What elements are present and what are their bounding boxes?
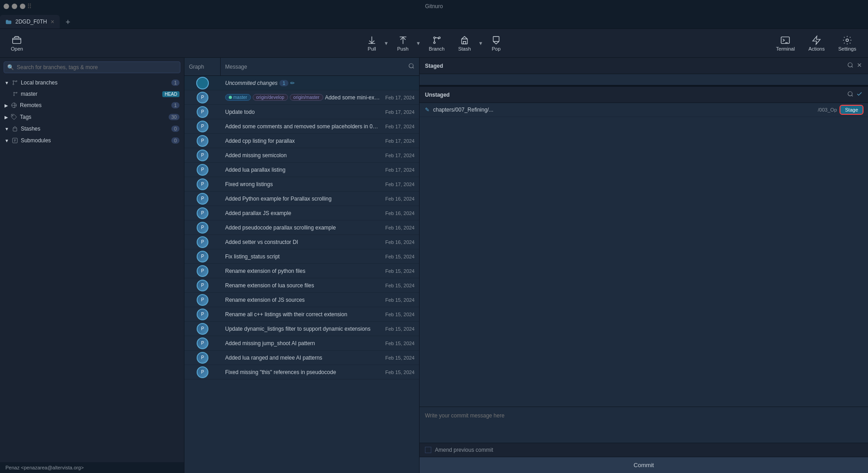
new-tab-button[interactable]: + bbox=[61, 16, 74, 28]
remotes-header[interactable]: ▶ Remotes 1 bbox=[0, 99, 184, 111]
actions-button[interactable]: Actions bbox=[802, 33, 831, 54]
push-dropdown[interactable]: ▾ bbox=[415, 37, 422, 49]
date-c20: Feb 15, 2024 bbox=[385, 370, 419, 375]
graph-node-c5: P bbox=[184, 150, 221, 161]
commit-row-c17[interactable]: P Update dynamic_listings filter to supp… bbox=[184, 322, 419, 336]
commit-row-c18[interactable]: P Added missing jump_shoot AI pattern Fe… bbox=[184, 336, 419, 351]
stashes-header[interactable]: ▼ Stashes 0 bbox=[0, 123, 184, 135]
message-text-c7: Fixed wrong listings bbox=[225, 181, 381, 187]
uncommitted-changes-row[interactable]: Uncommited changes 1 ✏ bbox=[184, 76, 419, 90]
maximize-button[interactable] bbox=[12, 4, 17, 9]
commit-row-c12[interactable]: P Fix listing_status script Feb 15, 2024 bbox=[184, 249, 419, 264]
unstaged-section: Unstaged ✎ chapters/007_Refining/... /00… bbox=[420, 87, 868, 117]
graph-search-button[interactable] bbox=[408, 63, 415, 70]
sidebar-search-input[interactable] bbox=[4, 61, 180, 73]
main-layout: 🔍 ▼ Local branches 1 master HEAD ▶ bbox=[0, 58, 868, 473]
remotes-count: 1 bbox=[171, 102, 179, 108]
commit-row-c3[interactable]: P Added some comments and removed some p… bbox=[184, 119, 419, 134]
stage-file-button[interactable]: Stage bbox=[840, 106, 863, 114]
commit-row-c1[interactable]: P master origin/develop origin/master Ad… bbox=[184, 90, 419, 105]
commit-row-c19[interactable]: P Added lua ranged and melee AI patterns… bbox=[184, 351, 419, 365]
unstaged-search-button[interactable] bbox=[847, 91, 854, 98]
pull-dropdown[interactable]: ▾ bbox=[383, 37, 390, 49]
tab-close-button[interactable]: × bbox=[51, 18, 54, 25]
sidebar-section-local-branches: ▼ Local branches 1 master HEAD bbox=[0, 77, 184, 99]
pop-button[interactable]: Pop bbox=[485, 33, 508, 54]
submodule-icon bbox=[12, 137, 18, 144]
commit-row-c5[interactable]: P Added missing semicolon Feb 17, 2024 bbox=[184, 148, 419, 163]
sidebar: 🔍 ▼ Local branches 1 master HEAD ▶ bbox=[0, 58, 184, 473]
terminal-button[interactable]: Terminal bbox=[770, 33, 802, 54]
commit-row-c4[interactable]: P Added cpp listing for parallax Feb 17,… bbox=[184, 134, 419, 148]
date-c8: Feb 16, 2024 bbox=[385, 196, 419, 201]
stage-all-button[interactable] bbox=[856, 91, 863, 98]
unstage-all-button[interactable] bbox=[856, 62, 863, 70]
amend-checkbox[interactable] bbox=[425, 447, 431, 453]
window-controls[interactable] bbox=[4, 4, 25, 9]
avatar-c9: P bbox=[197, 207, 208, 219]
open-icon bbox=[12, 35, 22, 45]
commit-row-c16[interactable]: P Rename all c++ listings with their cor… bbox=[184, 307, 419, 322]
stash-group: Stash ▾ bbox=[452, 33, 484, 54]
message-cell-c12: Fix listing_status script bbox=[221, 253, 385, 260]
avatar-c20: P bbox=[197, 366, 208, 378]
uncommitted-badge[interactable]: 1 bbox=[279, 80, 288, 86]
remotes-label: Remotes bbox=[20, 102, 42, 108]
settings-button[interactable]: Settings bbox=[832, 33, 863, 54]
avatar-c2: P bbox=[197, 106, 208, 118]
commit-message-input[interactable] bbox=[420, 407, 868, 443]
tab-2DGD_F0TH[interactable]: 2DGD_F0TH × bbox=[0, 15, 60, 28]
unstaged-header: Unstaged bbox=[420, 87, 868, 103]
graph-node-c6: P bbox=[184, 164, 221, 176]
stash-dropdown[interactable]: ▾ bbox=[477, 37, 484, 49]
svg-rect-2 bbox=[13, 38, 21, 43]
local-branches-header[interactable]: ▼ Local branches 1 bbox=[0, 77, 184, 89]
local-branches-count: 1 bbox=[171, 80, 179, 86]
commit-graph-list: Uncommited changes 1 ✏ P master origin/d… bbox=[184, 76, 419, 473]
stash-button[interactable]: Stash bbox=[452, 33, 477, 54]
pull-button[interactable]: Pull bbox=[360, 33, 383, 54]
commit-row-c20[interactable]: P Fixed missing "this" references in pse… bbox=[184, 365, 419, 379]
uncommitted-dot bbox=[196, 77, 209, 89]
date-c2: Feb 17, 2024 bbox=[385, 109, 419, 115]
commit-row-c9[interactable]: P Added parallax JS example Feb 16, 2024 bbox=[184, 206, 419, 220]
commit-row-c6[interactable]: P Added lua parallax listing Feb 17, 202… bbox=[184, 163, 419, 177]
commit-row-c13[interactable]: P Rename extension of python files Feb 1… bbox=[184, 264, 419, 278]
commit-row-c15[interactable]: P Rename extension of JS sources Feb 15,… bbox=[184, 293, 419, 307]
message-text-c2: Update todo bbox=[225, 109, 381, 115]
commit-row-c10[interactable]: P Added pseudocode parallax scrolling ex… bbox=[184, 220, 419, 235]
commit-row-c8[interactable]: P Added Python example for Parallax scro… bbox=[184, 192, 419, 206]
svg-point-5 bbox=[434, 42, 435, 43]
message-cell-c13: Rename extension of python files bbox=[221, 268, 385, 274]
terminal-label: Terminal bbox=[776, 46, 795, 52]
commit-area: Amend previous commit Commit bbox=[420, 407, 868, 473]
avatar-c13: P bbox=[197, 265, 208, 277]
message-text-c17: Update dynamic_listings filter to suppor… bbox=[225, 326, 381, 332]
commit-row-c2[interactable]: P Update todo Feb 17, 2024 bbox=[184, 105, 419, 119]
graph-node-c2: P bbox=[184, 106, 221, 118]
tags-header[interactable]: ▶ Tags 30 bbox=[0, 111, 184, 123]
push-button[interactable]: Push bbox=[391, 33, 415, 54]
close-button[interactable] bbox=[20, 4, 25, 9]
message-text-c1: Added some mini-explanation of service l… bbox=[325, 94, 381, 101]
commit-row-c7[interactable]: P Fixed wrong listings Feb 17, 2024 bbox=[184, 177, 419, 192]
submodules-header[interactable]: ▼ Submodules 0 bbox=[0, 135, 184, 146]
pull-label: Pull bbox=[368, 46, 376, 52]
actions-label: Actions bbox=[808, 46, 825, 52]
svg-point-15 bbox=[16, 92, 17, 93]
commit-row-c11[interactable]: P Added setter vs constructor DI Feb 16,… bbox=[184, 235, 419, 249]
tag-icon bbox=[11, 114, 17, 120]
branch-button[interactable]: Branch bbox=[423, 33, 451, 54]
commit-row-c14[interactable]: P Rename extension of lua source files F… bbox=[184, 278, 419, 293]
edit-icon[interactable]: ✏ bbox=[290, 80, 295, 86]
sidebar-item-master[interactable]: master HEAD bbox=[0, 89, 184, 99]
toolbar: Open Pull ▾ Push ▾ Branch bbox=[0, 29, 868, 58]
amend-label: Amend previous commit bbox=[435, 447, 493, 453]
minimize-button[interactable] bbox=[4, 4, 9, 9]
unstaged-file-row[interactable]: ✎ chapters/007_Refining/... /003_Op Stag… bbox=[420, 103, 868, 117]
head-badge: HEAD bbox=[162, 91, 179, 97]
open-button[interactable]: Open bbox=[5, 33, 28, 54]
message-cell-c11: Added setter vs constructor DI bbox=[221, 239, 385, 245]
commit-button[interactable]: Commit bbox=[420, 457, 868, 473]
staged-search-button[interactable] bbox=[847, 62, 854, 70]
